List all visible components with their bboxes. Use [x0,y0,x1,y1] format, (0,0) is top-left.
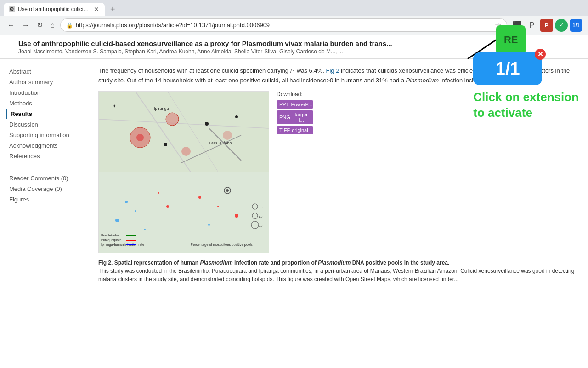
svg-point-33 [208,224,210,226]
svg-text:Percentage of mosquitoes posit: Percentage of mosquitoes positive pools [191,242,253,247]
fig2-link[interactable]: Fig 2 [326,67,339,74]
ppt-format-label: PPT [279,102,289,107]
svg-point-10 [181,147,191,156]
svg-rect-1 [99,92,269,172]
home-button[interactable]: ⌂ [48,20,57,30]
tab-bar: ⚙ Use of anthropophilic culicid-ba... ✕ … [0,0,588,16]
svg-point-31 [217,206,219,207]
png-desc-label: larger i... [292,112,311,123]
sidebar-item-acknowledgments[interactable]: Acknowledgments [9,140,87,151]
sidebar-item-author-summary[interactable]: Author summary [9,77,87,87]
tiff-desc-label: original [292,127,308,133]
png-format-label: PNG [279,115,290,120]
sidebar-item-reader-comments[interactable]: Reader Comments (0) [9,173,87,184]
download-png-button[interactable]: PNG larger i... [277,110,313,124]
download-tiff-button[interactable]: TIFF original [277,126,313,134]
svg-text:✦: ✦ [113,104,116,109]
forward-button[interactable]: → [20,20,31,30]
svg-point-9 [166,113,179,126]
tab-title: Use of anthropophilic culicid-ba... [18,6,91,12]
extension-overlay: RE 1/1 ✕ Click on extension to activate [473,25,579,121]
address-bar[interactable]: 🔒 https://journals.plos.org/plosntds/art… [60,18,507,32]
url-text: https://journals.plos.org/plosntds/artic… [76,22,492,29]
cta-text: Click on extension to activate [473,90,579,121]
svg-point-25 [135,210,136,212]
svg-text:0.5: 0.5 [259,206,263,209]
sidebar-item-abstract[interactable]: Abstract [9,66,87,77]
svg-point-13 [205,122,209,126]
svg-text:1.0: 1.0 [259,215,263,218]
sidebar: Abstract Author summary Introduction Met… [0,59,87,364]
figure-caption-title: Fig 2. Spatial representation of human P… [98,259,449,266]
figure-image-wrap: ⛶ Ipiranga [98,91,269,253]
counter-badge: 1/1 ✕ [473,52,542,85]
sidebar-divider [9,167,87,167]
download-ppt-button[interactable]: PPT PowerP... [277,100,313,109]
svg-point-32 [235,214,238,218]
svg-point-30 [198,196,201,199]
svg-point-29 [144,229,146,230]
svg-point-47 [226,189,229,192]
sidebar-item-supporting-information[interactable]: Supporting information [9,130,87,140]
back-button[interactable]: ← [6,20,17,30]
tab-close-btn[interactable]: ✕ [94,6,99,13]
figure-image: Ipiranga ✦ [99,92,269,253]
sidebar-item-methods[interactable]: Methods [9,98,87,109]
svg-text:Ipiranga: Ipiranga [154,106,169,111]
figure-caption: Fig 2. Spatial representation of human P… [98,259,577,283]
tiff-format-label: TIFF [279,127,290,133]
active-tab[interactable]: ⚙ Use of anthropophilic culicid-ba... ✕ [4,3,105,16]
sidebar-item-figures[interactable]: Figures [9,194,87,205]
lock-icon: 🔒 [66,22,73,29]
figure-map-svg: Ipiranga ✦ [99,92,269,253]
figure-caption-body: This study was conducted in the Brasilei… [98,268,574,282]
svg-point-27 [158,192,159,194]
svg-rect-21 [184,172,269,253]
refresh-button[interactable]: ↻ [35,20,45,30]
overlay-close-button[interactable]: ✕ [535,49,546,60]
svg-text:Brasileirinho: Brasileirinho [101,234,119,237]
svg-point-28 [166,205,169,208]
svg-text:Puraquequara: Puraquequara [101,238,121,242]
tab-favicon: ⚙ [9,6,15,12]
svg-point-11 [223,131,232,140]
download-label: Download: [277,91,322,98]
svg-point-26 [115,218,119,222]
ppt-desc-label: PowerP... [291,102,312,107]
svg-text:2.0: 2.0 [259,224,263,227]
svg-point-8 [136,134,144,141]
svg-point-12 [164,143,167,146]
sidebar-item-references[interactable]: References [9,151,87,161]
sidebar-item-introduction[interactable]: Introduction [9,87,87,98]
svg-point-24 [125,201,128,203]
re-icon: RE [496,25,526,55]
new-tab-button[interactable]: + [107,5,119,14]
sidebar-item-discussion[interactable]: Discussion [9,119,87,130]
figure-download-sidebar: Download: PPT PowerP... PNG larger i... … [277,91,322,253]
sidebar-item-results[interactable]: Results [6,109,87,119]
sidebar-item-media-coverage[interactable]: Media Coverage (0) [9,184,87,194]
svg-text:Ipiranga: Ipiranga [101,243,113,247]
svg-point-14 [235,115,238,118]
